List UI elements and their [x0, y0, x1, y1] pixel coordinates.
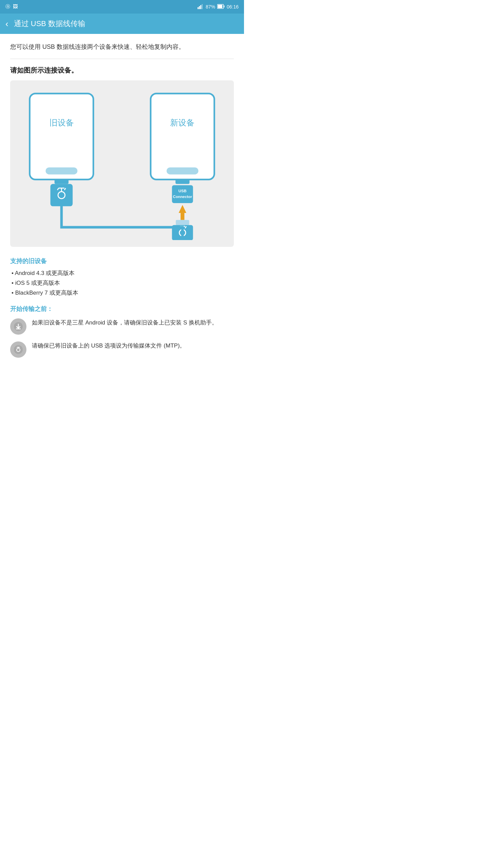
back-button[interactable]: ‹ — [5, 19, 8, 28]
intro-text: 您可以使用 USB 数据线连接两个设备来快速、轻松地复制内容。 — [10, 42, 234, 52]
toolbar: ‹ 通过 USB 数据线传输 — [0, 14, 244, 34]
divider — [10, 59, 234, 59]
list-item: iOS 5 或更高版本 — [10, 279, 234, 287]
notification-a-icon: ⓐ — [5, 4, 10, 10]
svg-rect-19 — [181, 213, 184, 220]
list-item: BlackBerry 7 或更高版本 — [10, 289, 234, 297]
before-transfer-title: 开始传输之前： — [10, 305, 234, 313]
status-bar-left: ⓐ 🖼 — [5, 4, 18, 10]
battery-percentage: 87% — [206, 4, 215, 9]
clock: 06:16 — [227, 4, 239, 9]
svg-rect-7 — [30, 94, 94, 180]
svg-rect-3 — [202, 4, 203, 9]
page-title: 通过 USB 数据线传输 — [14, 19, 85, 29]
svg-rect-27 — [50, 184, 73, 206]
svg-rect-6 — [218, 5, 222, 8]
svg-text:旧设备: 旧设备 — [49, 118, 74, 127]
supported-devices-list: Android 4.3 或更高版本 iOS 5 或更高版本 BlackBerry… — [10, 269, 234, 297]
svg-rect-5 — [224, 5, 224, 7]
before-transfer-text-1: 如果旧设备不是三星 Android 设备，请确保旧设备上已安装 S 换机助手。 — [32, 318, 234, 327]
svg-rect-15 — [172, 185, 193, 203]
before-transfer-item-1: 如果旧设备不是三星 Android 设备，请确保旧设备上已安装 S 换机助手。 — [10, 318, 234, 335]
battery-icon — [217, 4, 225, 10]
svg-marker-18 — [179, 205, 186, 213]
svg-line-40 — [19, 347, 20, 348]
download-icon — [10, 318, 26, 335]
before-transfer-text-2: 请确保已将旧设备上的 USB 选项设为传输媒体文件 (MTP)。 — [32, 341, 234, 350]
content-area: 您可以使用 USB 数据线连接两个设备来快速、轻松地复制内容。 请如图所示连接设… — [0, 34, 244, 375]
connection-diagram: 旧设备 新设备 USB Connector — [10, 80, 234, 247]
diagram-svg: 旧设备 新设备 USB Connector — [17, 87, 227, 240]
svg-rect-11 — [151, 94, 215, 180]
before-transfer-item-2: 请确保已将旧设备上的 USB 选项设为传输媒体文件 (MTP)。 — [10, 341, 234, 358]
supported-title: 支持的旧设备 — [10, 257, 234, 265]
status-bar: ⓐ 🖼 87% 06:16 — [0, 0, 244, 14]
svg-rect-2 — [200, 5, 201, 9]
svg-rect-1 — [199, 6, 200, 9]
svg-point-35 — [14, 345, 23, 354]
svg-rect-9 — [46, 167, 78, 175]
svg-text:新设备: 新设备 — [170, 118, 195, 127]
svg-text:Connector: Connector — [173, 195, 192, 199]
image-icon: 🖼 — [13, 4, 18, 10]
svg-rect-13 — [167, 167, 199, 175]
svg-rect-10 — [55, 179, 68, 184]
svg-line-39 — [17, 347, 17, 348]
status-right: 87% 06:16 — [198, 4, 239, 10]
connection-section-title: 请如图所示连接设备。 — [10, 66, 234, 75]
signal-icon — [198, 4, 204, 10]
svg-rect-20 — [176, 220, 189, 225]
svg-rect-0 — [198, 7, 199, 9]
list-item: Android 4.3 或更高版本 — [10, 269, 234, 277]
usb-icon — [10, 341, 26, 358]
svg-text:USB: USB — [179, 189, 187, 193]
svg-rect-14 — [176, 179, 189, 184]
